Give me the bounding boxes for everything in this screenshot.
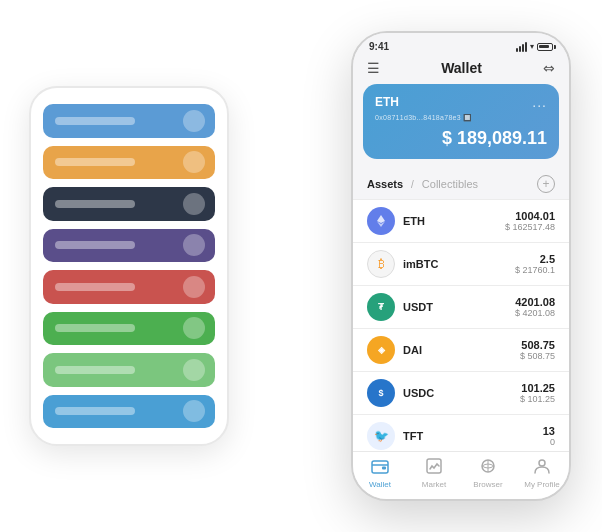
tab-collectibles[interactable]: Collectibles <box>422 178 478 190</box>
table-row[interactable]: 🐦 TFT 13 0 <box>353 415 569 451</box>
list-item[interactable] <box>43 353 215 387</box>
eth-card-more-button[interactable]: ... <box>532 94 547 110</box>
dai-icon: ◈ <box>367 336 395 364</box>
list-item[interactable] <box>43 270 215 304</box>
add-asset-button[interactable]: + <box>537 175 555 193</box>
scene: 9:41 ▾ ☰ Wallet ⇔ <box>11 11 591 521</box>
nav-label-profile: My Profile <box>524 480 560 489</box>
asset-amount-usdt: 4201.08 <box>515 296 555 308</box>
asset-name-dai: DAI <box>403 344 520 356</box>
eth-logo-icon <box>374 214 388 228</box>
list-item[interactable] <box>43 104 215 138</box>
card-icon-8 <box>183 400 205 422</box>
page-title: Wallet <box>441 60 482 76</box>
eth-icon <box>367 207 395 235</box>
imbtc-icon: ₿ <box>367 250 395 278</box>
asset-amount-usdc: 101.25 <box>520 382 555 394</box>
asset-usd-eth: $ 162517.48 <box>505 222 555 232</box>
list-item[interactable] <box>43 229 215 263</box>
usdt-icon: ₮ <box>367 293 395 321</box>
asset-amount-dai: 508.75 <box>520 339 555 351</box>
wallet-icon <box>371 458 389 478</box>
card-label-5 <box>55 283 135 291</box>
list-item[interactable] <box>43 395 215 429</box>
card-label-7 <box>55 366 135 374</box>
asset-amount-eth: 1004.01 <box>505 210 555 222</box>
asset-usd-usdt: $ 4201.08 <box>515 308 555 318</box>
usdc-icon: $ <box>367 379 395 407</box>
asset-list: ETH 1004.01 $ 162517.48 ₿ imBTC 2.5 $ 21… <box>353 199 569 451</box>
bottom-nav: Wallet Market <box>353 451 569 499</box>
battery-icon <box>537 43 553 51</box>
card-label-4 <box>55 241 135 249</box>
table-row[interactable]: $ USDC 101.25 $ 101.25 <box>353 372 569 415</box>
phone-header: ☰ Wallet ⇔ <box>353 56 569 84</box>
asset-amount-tft: 13 <box>543 425 555 437</box>
tab-divider: / <box>411 179 414 190</box>
back-phone <box>29 86 229 446</box>
eth-card-balance: $ 189,089.11 <box>375 128 547 149</box>
tft-icon: 🐦 <box>367 422 395 450</box>
phone-content: ETH ... 0x08711d3b...8418a78e3 🔲 $ 189,0… <box>353 84 569 451</box>
asset-name-imbtc: imBTC <box>403 258 515 270</box>
card-label-2 <box>55 158 135 166</box>
card-label-3 <box>55 200 135 208</box>
table-row[interactable]: ₮ USDT 4201.08 $ 4201.08 <box>353 286 569 329</box>
asset-name-tft: TFT <box>403 430 543 442</box>
card-label-6 <box>55 324 135 332</box>
asset-name-usdc: USDC <box>403 387 520 399</box>
asset-usd-tft: 0 <box>543 437 555 447</box>
card-icon-7 <box>183 359 205 381</box>
card-icon-5 <box>183 276 205 298</box>
tab-assets[interactable]: Assets <box>367 178 403 190</box>
svg-point-7 <box>539 460 545 466</box>
asset-amounts-usdt: 4201.08 $ 4201.08 <box>515 296 555 318</box>
nav-item-market[interactable]: Market <box>414 458 454 489</box>
eth-card-name: ETH <box>375 95 399 109</box>
status-time: 9:41 <box>369 41 389 52</box>
assets-tabs: Assets / Collectibles <box>367 178 478 190</box>
browser-icon <box>479 458 497 478</box>
asset-usd-dai: $ 508.75 <box>520 351 555 361</box>
asset-amounts-eth: 1004.01 $ 162517.48 <box>505 210 555 232</box>
asset-amount-imbtc: 2.5 <box>515 253 555 265</box>
market-icon <box>425 458 443 478</box>
nav-label-market: Market <box>422 480 446 489</box>
nav-item-wallet[interactable]: Wallet <box>360 458 400 489</box>
table-row[interactable]: ₿ imBTC 2.5 $ 21760.1 <box>353 243 569 286</box>
eth-card[interactable]: ETH ... 0x08711d3b...8418a78e3 🔲 $ 189,0… <box>363 84 559 159</box>
asset-name-eth: ETH <box>403 215 505 227</box>
card-icon-6 <box>183 317 205 339</box>
asset-amounts-dai: 508.75 $ 508.75 <box>520 339 555 361</box>
scan-icon[interactable]: ⇔ <box>543 60 555 76</box>
status-bar: 9:41 ▾ <box>353 33 569 56</box>
nav-item-profile[interactable]: My Profile <box>522 458 562 489</box>
card-icon-4 <box>183 234 205 256</box>
asset-usd-usdc: $ 101.25 <box>520 394 555 404</box>
asset-amounts-usdc: 101.25 $ 101.25 <box>520 382 555 404</box>
assets-header: Assets / Collectibles + <box>353 169 569 199</box>
asset-usd-imbtc: $ 21760.1 <box>515 265 555 275</box>
asset-amounts-tft: 13 0 <box>543 425 555 447</box>
card-label-1 <box>55 117 135 125</box>
eth-card-address: 0x08711d3b...8418a78e3 🔲 <box>375 114 547 122</box>
list-item[interactable] <box>43 187 215 221</box>
nav-item-browser[interactable]: Browser <box>468 458 508 489</box>
list-item[interactable] <box>43 146 215 180</box>
menu-icon[interactable]: ☰ <box>367 60 380 76</box>
profile-icon <box>533 458 551 478</box>
nav-label-browser: Browser <box>473 480 502 489</box>
card-icon-2 <box>183 151 205 173</box>
card-icon-3 <box>183 193 205 215</box>
card-label-8 <box>55 407 135 415</box>
table-row[interactable]: ◈ DAI 508.75 $ 508.75 <box>353 329 569 372</box>
svg-rect-3 <box>382 467 386 470</box>
list-item[interactable] <box>43 312 215 346</box>
asset-name-usdt: USDT <box>403 301 515 313</box>
front-phone: 9:41 ▾ ☰ Wallet ⇔ <box>351 31 571 501</box>
wifi-icon: ▾ <box>530 42 534 51</box>
svg-marker-0 <box>377 215 385 223</box>
status-icons: ▾ <box>516 42 553 52</box>
card-icon-1 <box>183 110 205 132</box>
table-row[interactable]: ETH 1004.01 $ 162517.48 <box>353 199 569 243</box>
